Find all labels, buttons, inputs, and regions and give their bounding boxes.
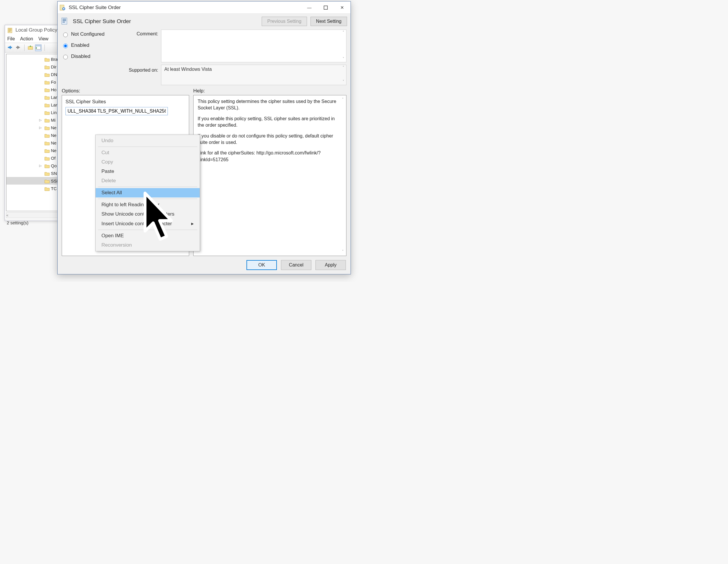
tree-item-label: Ne bbox=[51, 133, 56, 138]
tree-item-label: Mi bbox=[51, 118, 56, 122]
tree-item-label: Bra bbox=[51, 57, 58, 62]
context-menu-label: Cut bbox=[101, 150, 109, 156]
radio-not-configured[interactable]: Not Configured bbox=[62, 31, 114, 37]
tree-item-label: Of bbox=[51, 156, 56, 161]
comment-label: Comment: bbox=[117, 30, 158, 37]
scroll-up-icon[interactable]: ˄ bbox=[340, 97, 345, 102]
radio-not-configured-input[interactable] bbox=[63, 32, 68, 37]
folder-icon bbox=[44, 170, 50, 176]
folder-icon bbox=[44, 72, 50, 77]
menu-file[interactable]: File bbox=[7, 36, 15, 42]
supported-text: At least Windows Vista bbox=[164, 67, 212, 72]
up-folder-icon[interactable] bbox=[27, 45, 33, 51]
policy-header-icon bbox=[61, 17, 69, 25]
minimize-button[interactable]: — bbox=[303, 3, 316, 12]
context-menu-item[interactable]: Show Unicode control characters bbox=[96, 209, 200, 219]
submenu-arrow-icon: ▸ bbox=[191, 220, 194, 227]
nav-back-icon[interactable] bbox=[7, 45, 13, 51]
ok-button[interactable]: OK bbox=[246, 260, 277, 270]
folder-icon bbox=[44, 125, 50, 130]
details-view-icon[interactable] bbox=[35, 44, 42, 51]
svg-rect-1 bbox=[8, 29, 11, 29]
context-menu-label: Select All bbox=[101, 190, 122, 196]
radio-not-configured-label: Not Configured bbox=[71, 31, 104, 37]
comment-textbox[interactable]: ˄ ˅ bbox=[161, 30, 346, 62]
svg-rect-4 bbox=[8, 47, 12, 48]
ssl-cipher-suites-label: SSL Cipher Suites bbox=[65, 99, 185, 105]
expander-icon[interactable]: ▷ bbox=[39, 118, 43, 122]
svg-rect-3 bbox=[8, 31, 11, 32]
scroll-down-icon[interactable]: ˅ bbox=[341, 57, 346, 61]
folder-icon bbox=[44, 163, 50, 168]
folder-icon bbox=[44, 79, 50, 84]
radio-enabled[interactable]: Enabled bbox=[62, 42, 114, 48]
folder-icon bbox=[44, 148, 50, 153]
tree-item-label: Qo bbox=[51, 163, 57, 168]
ssl-footer: OK Cancel Apply bbox=[58, 256, 351, 274]
tree-item-label: TC bbox=[51, 186, 57, 191]
context-menu-label: Delete bbox=[101, 178, 116, 184]
svg-rect-14 bbox=[63, 19, 66, 20]
tree-item-label: Dir bbox=[51, 64, 56, 69]
nav-forward-icon[interactable] bbox=[15, 45, 21, 51]
cancel-button[interactable]: Cancel bbox=[281, 260, 311, 270]
context-menu-label: Open IME bbox=[101, 233, 124, 239]
context-menu-item: Undo bbox=[96, 136, 200, 145]
folder-icon bbox=[44, 64, 50, 69]
radio-disabled-input[interactable] bbox=[63, 55, 68, 59]
radio-enabled-label: Enabled bbox=[71, 42, 89, 48]
expander-icon[interactable]: ▷ bbox=[39, 164, 43, 168]
context-menu-separator bbox=[98, 146, 197, 147]
folder-icon bbox=[44, 155, 50, 161]
tree-item-label: Ne bbox=[51, 125, 56, 130]
folder-icon bbox=[44, 102, 50, 107]
close-button[interactable]: ✕ bbox=[335, 3, 349, 12]
folder-icon bbox=[44, 132, 50, 138]
context-menu-item[interactable]: Paste bbox=[96, 167, 200, 176]
radio-disabled-label: Disabled bbox=[71, 54, 90, 59]
scroll-up-icon[interactable]: ˄ bbox=[341, 30, 346, 35]
apply-button[interactable]: Apply bbox=[315, 260, 346, 270]
tree-item-label: Ho bbox=[51, 87, 56, 92]
context-menu-item[interactable]: Insert Unicode control character▸ bbox=[96, 219, 200, 228]
svg-rect-15 bbox=[63, 20, 66, 21]
ssl-header-title: SSL Cipher Suite Order bbox=[73, 18, 258, 25]
context-menu-item[interactable]: Select All bbox=[96, 188, 200, 197]
context-menu-label: Reconversion bbox=[101, 242, 132, 248]
radio-disabled[interactable]: Disabled bbox=[62, 54, 114, 59]
scroll-down-icon: ˅ bbox=[341, 80, 346, 84]
tree-item-label: Lin bbox=[51, 110, 57, 115]
folder-icon bbox=[44, 110, 50, 115]
ssl-title: SSL Cipher Suite Order bbox=[69, 5, 300, 11]
context-menu-item[interactable]: Open IME bbox=[96, 231, 200, 240]
maximize-button[interactable] bbox=[319, 3, 332, 12]
help-text: Link for all the cipherSuites: http://go… bbox=[198, 150, 342, 163]
svg-rect-12 bbox=[324, 6, 327, 9]
folder-icon bbox=[44, 178, 50, 183]
radio-enabled-input[interactable] bbox=[63, 44, 68, 48]
ssl-cipher-suites-input[interactable] bbox=[65, 107, 168, 115]
context-menu-item[interactable]: Right to left Reading order bbox=[96, 200, 200, 209]
context-menu-item: Copy bbox=[96, 157, 200, 167]
ssl-titlebar[interactable]: SSL Cipher Suite Order — ✕ bbox=[58, 1, 351, 14]
menu-view[interactable]: View bbox=[38, 36, 48, 42]
help-text: If you enable this policy setting, SSL c… bbox=[198, 115, 342, 129]
help-label: Help: bbox=[193, 88, 205, 94]
context-menu-item: Delete bbox=[96, 176, 200, 185]
help-text: This policy setting determines the ciphe… bbox=[198, 98, 342, 111]
expander-icon[interactable]: ▷ bbox=[39, 126, 43, 130]
context-menu-label: Right to left Reading order bbox=[101, 202, 159, 208]
menu-action[interactable]: Action bbox=[20, 36, 33, 42]
supported-label: Supported on: bbox=[117, 65, 158, 73]
policy-icon bbox=[59, 4, 66, 11]
tree-item-label: Lar bbox=[51, 95, 57, 100]
context-menu-label: Undo bbox=[101, 138, 113, 144]
next-setting-button[interactable]: Next Setting bbox=[310, 17, 347, 26]
supported-textbox: At least Windows Vista ˄ ˅ bbox=[161, 65, 346, 85]
toolbar-divider bbox=[44, 44, 45, 51]
context-menu[interactable]: UndoCutCopyPasteDeleteSelect AllRight to… bbox=[95, 134, 200, 251]
tree-item-label: Ne bbox=[51, 140, 56, 145]
scroll-down-icon[interactable]: ˅ bbox=[340, 249, 345, 254]
svg-rect-8 bbox=[36, 45, 41, 46]
context-menu-label: Show Unicode control characters bbox=[101, 211, 174, 217]
